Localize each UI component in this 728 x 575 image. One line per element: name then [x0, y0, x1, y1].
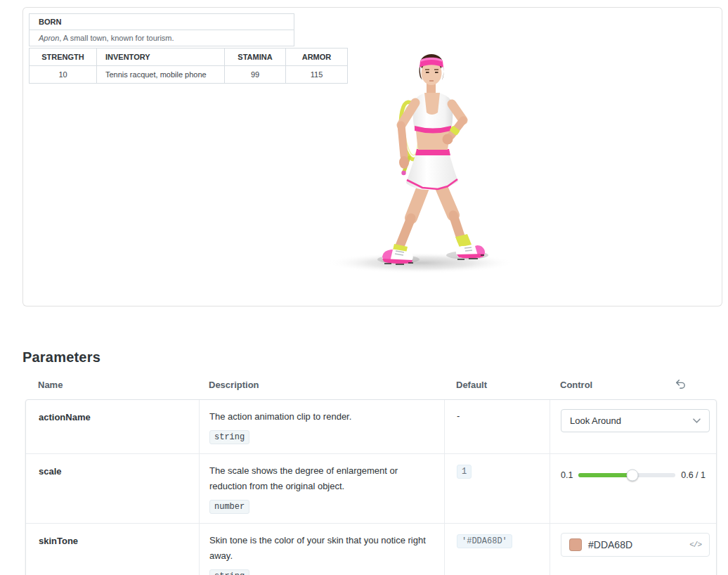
action-name-select[interactable]: Look Around [561, 409, 710, 432]
select-value: Look Around [570, 415, 621, 426]
table-row-skinTone: skinTone Skin tone is the color of your … [26, 523, 716, 575]
stats-value-strength: 10 [30, 66, 97, 84]
table-row-actionName: actionName The action animation clip to … [26, 400, 716, 453]
color-swatch [569, 538, 582, 551]
stats-header-strength: STRENGTH [30, 49, 97, 66]
arg-default: - [444, 400, 550, 453]
column-header-control: Control [550, 380, 717, 399]
range-fill [578, 473, 632, 477]
arg-default-badge: '#DDA68D' [457, 534, 512, 548]
args-table: Name Description Default Control actionN… [25, 380, 717, 575]
arg-control: #DDA68D </> [550, 524, 716, 575]
figure-top [413, 83, 453, 134]
character-3d-canvas[interactable] [317, 46, 510, 278]
reset-controls-button[interactable] [673, 378, 687, 392]
born-description: , A small town, known for tourism. [59, 34, 174, 42]
arg-type-badge: string [209, 569, 249, 575]
chevron-down-icon [693, 418, 701, 423]
column-header-default: Default [444, 380, 550, 399]
stats-table: STRENGTH INVENTORY STAMINA ARMOR 10 Tenn… [29, 48, 348, 84]
arg-default-badge: 1 [457, 465, 472, 479]
born-header: BORN [30, 14, 294, 30]
stats-header-inventory: INVENTORY [97, 49, 225, 66]
skin-tone-color-picker[interactable]: #DDA68D </> [561, 533, 710, 557]
arg-type-badge: number [209, 500, 249, 514]
arg-name: scale [26, 454, 199, 523]
arg-control: Look Around [550, 400, 716, 453]
column-header-description: Description [199, 380, 444, 399]
arg-description: Skin tone is the color of your skin that… [199, 524, 444, 575]
arg-default: 1 [444, 454, 550, 523]
color-value: #DDA68D [588, 539, 632, 550]
control-header-label: Control [560, 380, 592, 390]
stats-value-stamina: 99 [225, 66, 286, 84]
arg-default: '#DDA68D' [444, 524, 550, 575]
figure-legs [400, 186, 462, 246]
story-preview-panel: BORN Apron, A small town, known for tour… [22, 7, 722, 306]
arg-description-text: Skin tone is the color of your skin that… [209, 533, 438, 563]
born-table: BORN Apron, A small town, known for tour… [29, 13, 294, 46]
figure-head [420, 54, 444, 85]
range-slider[interactable] [578, 473, 675, 477]
undo-icon [675, 378, 687, 390]
parameters-title: Parameters [22, 349, 100, 366]
column-header-name: Name [25, 380, 199, 399]
arg-description-text: The scale shows the degree of enlargemen… [209, 463, 438, 493]
arg-name: skinTone [26, 524, 199, 575]
arg-control: 0.1 0.6 / 1 [550, 454, 716, 523]
born-place: Apron [39, 34, 59, 42]
stats-header-stamina: STAMINA [225, 49, 286, 66]
arg-name: actionName [26, 400, 199, 453]
arg-description: The scale shows the degree of enlargemen… [199, 454, 444, 523]
range-min-label: 0.1 [561, 470, 573, 480]
tennis-player-figure [317, 46, 510, 278]
code-icon: </> [689, 541, 701, 549]
args-table-body: actionName The action animation clip to … [25, 399, 717, 575]
arg-type-badge: string [209, 430, 249, 444]
range-value-label: 0.6 / 1 [681, 470, 706, 480]
range-thumb[interactable] [626, 469, 638, 481]
args-table-header: Name Description Default Control [25, 380, 717, 399]
table-row-scale: scale The scale shows the degree of enla… [26, 453, 716, 523]
stats-value-inventory: Tennis racquet, mobile phone [97, 66, 225, 84]
scale-range-control: 0.1 0.6 / 1 [561, 463, 706, 486]
arg-description-text: The action animation clip to render. [209, 409, 438, 424]
arg-description: The action animation clip to render. str… [199, 400, 444, 453]
born-value: Apron, A small town, known for tourism. [30, 30, 294, 46]
